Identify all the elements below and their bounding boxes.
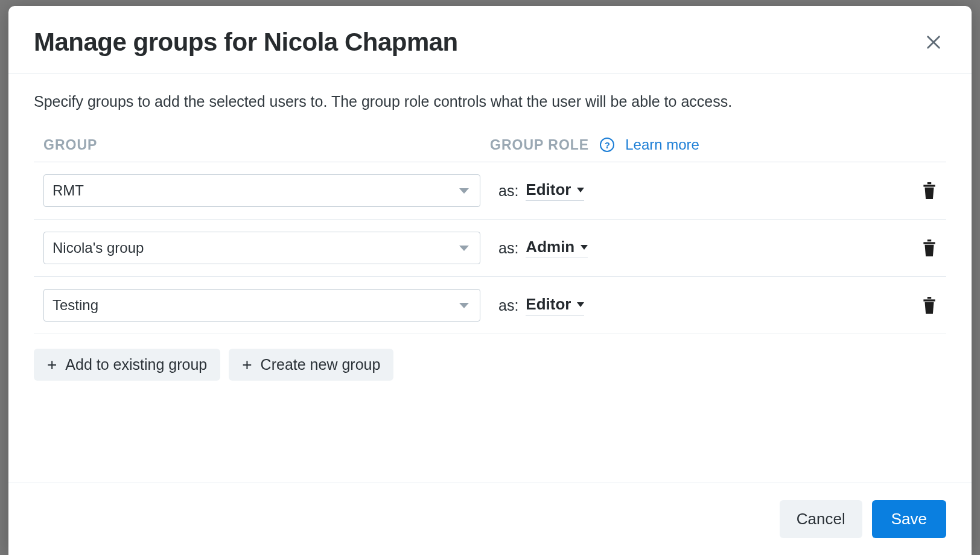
modal-header: Manage groups for Nicola Chapman (8, 6, 972, 74)
role-dropdown-value: Editor (526, 180, 571, 199)
group-row: Nicola's group as: Admin (34, 220, 946, 277)
close-icon (925, 34, 942, 51)
role-dropdown[interactable]: Editor (526, 295, 584, 316)
group-select[interactable]: RMT (43, 174, 480, 207)
delete-row-button[interactable] (912, 182, 946, 200)
delete-row-button[interactable] (912, 239, 946, 257)
row-actions: + Add to existing group + Create new gro… (34, 349, 946, 381)
role-dropdown-value: Editor (526, 295, 571, 314)
col-header-role: GROUP ROLE (490, 137, 589, 153)
plus-icon: + (242, 357, 252, 373)
group-select-value: Nicola's group (52, 239, 144, 256)
modal-body: Specify groups to add the selected users… (8, 74, 972, 483)
svg-rect-2 (923, 185, 935, 186)
role-dropdown[interactable]: Editor (526, 180, 584, 201)
create-new-group-button[interactable]: + Create new group (229, 349, 393, 381)
role-as-label: as: (498, 297, 518, 314)
caret-down-icon (577, 302, 584, 307)
delete-row-button[interactable] (912, 296, 946, 314)
modal-title: Manage groups for Nicola Chapman (34, 28, 458, 57)
role-cell: as: Admin (480, 238, 912, 258)
trash-icon (921, 182, 937, 200)
chevron-down-icon (459, 188, 469, 194)
caret-down-icon (577, 188, 584, 192)
role-as-label: as: (498, 239, 518, 257)
learn-more-link[interactable]: Learn more (625, 136, 699, 153)
modal-footer: Cancel Save (8, 483, 972, 555)
manage-groups-modal: Manage groups for Nicola Chapman Specify… (8, 6, 972, 555)
trash-icon (921, 239, 937, 257)
svg-rect-6 (923, 299, 935, 301)
chevron-down-icon (459, 303, 469, 308)
svg-rect-4 (923, 242, 935, 244)
svg-rect-7 (928, 297, 931, 299)
create-new-label: Create new group (261, 356, 381, 373)
add-existing-group-button[interactable]: + Add to existing group (34, 349, 220, 381)
table-header-row: GROUP GROUP ROLE ? Learn more (34, 136, 946, 162)
cancel-button[interactable]: Cancel (780, 500, 862, 538)
plus-icon: + (47, 357, 57, 373)
group-select-value: RMT (52, 182, 84, 199)
group-row: RMT as: Editor (34, 162, 946, 220)
role-dropdown-value: Admin (526, 238, 574, 256)
group-select[interactable]: Testing (43, 289, 480, 322)
role-as-label: as: (498, 182, 518, 200)
add-existing-label: Add to existing group (65, 356, 207, 373)
chevron-down-icon (459, 246, 469, 251)
help-icon[interactable]: ? (600, 138, 614, 152)
modal-description: Specify groups to add the selected users… (34, 91, 946, 112)
group-select[interactable]: Nicola's group (43, 232, 480, 264)
role-cell: as: Editor (480, 295, 912, 316)
role-cell: as: Editor (480, 180, 912, 201)
close-button[interactable] (921, 30, 946, 55)
trash-icon (921, 296, 937, 314)
role-dropdown[interactable]: Admin (526, 238, 588, 258)
caret-down-icon (581, 245, 588, 250)
save-button[interactable]: Save (872, 500, 946, 538)
col-header-group: GROUP (43, 137, 97, 153)
group-row: Testing as: Editor (34, 277, 946, 334)
group-select-value: Testing (52, 297, 98, 314)
svg-rect-5 (928, 239, 931, 241)
svg-rect-3 (928, 182, 931, 184)
